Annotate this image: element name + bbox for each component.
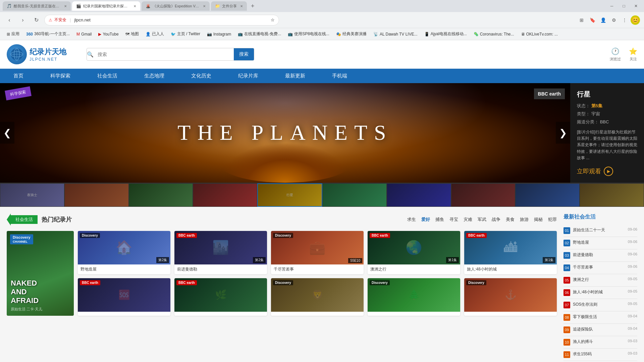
filter-fishing[interactable]: 捕鱼 — [435, 217, 444, 223]
news-item-09[interactable]: 09 追迹探险队 09-04 — [564, 324, 637, 336]
toolbar-icon-4[interactable]: ⚙ — [609, 15, 619, 25]
toolbar-icon-2[interactable]: 🔖 — [588, 15, 597, 25]
toolbar-icon-1[interactable]: ⊞ — [577, 15, 586, 25]
news-item-02[interactable]: 02 野地造屋 09-06 — [564, 237, 637, 249]
news-item-03[interactable]: 03 前进曼德勒 09-06 — [564, 249, 637, 262]
toolbar-icon-5[interactable]: ⋮ — [620, 15, 629, 25]
tab-1-close[interactable]: ✕ — [64, 4, 67, 8]
logo-area[interactable]: 纪录片天地 JLPCN.NET — [7, 44, 66, 64]
thumb-item-4[interactable]: 行星 — [257, 183, 322, 207]
thumb-item-8[interactable] — [515, 183, 580, 207]
back-button[interactable]: ‹ — [4, 15, 15, 25]
bookmark-twitter[interactable]: 🐦 主页 / Twitter — [168, 31, 203, 38]
toolbar-icon-6[interactable]: 😊 — [631, 15, 640, 25]
bookmark-star[interactable]: ☆ — [271, 17, 275, 22]
tab-4-close[interactable]: ✕ — [240, 4, 243, 8]
toolbar-icon-3[interactable]: 👤 — [598, 15, 608, 25]
thumb-item-5[interactable] — [322, 183, 387, 207]
nav-home[interactable]: 首页 — [0, 69, 37, 83]
history-icon-item[interactable]: 🕐 浏览过 — [610, 47, 621, 62]
address-bar[interactable]: ⚠ 不安全 | jlpcn.net ☆ — [44, 15, 279, 25]
search-button[interactable]: 搜索 — [234, 48, 254, 60]
news-num-01: 01 — [564, 227, 570, 234]
thumb-item-9[interactable] — [580, 183, 644, 207]
filter-military[interactable]: 军武 — [478, 217, 486, 223]
nav-library[interactable]: 纪录片库 — [225, 69, 272, 83]
watch-now-button[interactable]: 立即观看 ▶ — [577, 167, 613, 176]
nav-explore[interactable]: 科学探索 — [37, 69, 84, 83]
filter-travel[interactable]: 旅游 — [520, 217, 529, 223]
hero-prev-button[interactable]: ❮ — [0, 122, 14, 144]
filter-treasure[interactable]: 寻宝 — [449, 217, 458, 223]
nav-social[interactable]: 社会生活 — [84, 69, 131, 83]
tab-2-close[interactable]: ✕ — [133, 4, 136, 8]
filter-food[interactable]: 美食 — [506, 217, 515, 223]
video-card-8[interactable]: Discovery 🦁 — [271, 278, 364, 316]
reload-button[interactable]: ↻ — [31, 15, 42, 25]
video-card-3[interactable]: Discovery S5E10 💼 千尽苦差事 — [271, 231, 364, 274]
bookmark-youtube[interactable]: ▶ YouTube — [96, 31, 121, 37]
thumb-item-3[interactable] — [193, 183, 257, 207]
filter-reveal[interactable]: 揭秘 — [534, 217, 543, 223]
nav-culture[interactable]: 文化历史 — [178, 69, 225, 83]
large-card-discovery[interactable]: Discovery CHANNEL NAKEDANDAFRAID 原始生活 二卡… — [7, 231, 74, 316]
filter-hobby[interactable]: 爱好 — [421, 217, 430, 223]
forward-button[interactable]: › — [17, 15, 28, 25]
bookmark-ajyal[interactable]: 📱 Ajyal电视在线移动... — [422, 31, 470, 38]
follow-icon-item[interactable]: ⭐ 关注 — [629, 47, 637, 62]
bookmark-tv1[interactable]: 📺 在线直播电视-免费... — [235, 31, 284, 38]
video-card-2[interactable]: BBC earth 第2集 🏙️ 前进曼德勒 — [174, 231, 267, 274]
bookmark-drama[interactable]: 🎭 经典美赛演播 — [333, 31, 369, 38]
tab-1[interactable]: 🎵 酷我音乐-无损音质正版在线... ✕ — [3, 1, 71, 11]
tab-3[interactable]: 🌋 《火山探险》Expedition Volca... ✕ — [142, 1, 210, 11]
thumb-item-2[interactable] — [129, 183, 193, 207]
filter-crime[interactable]: 犯罪 — [548, 217, 557, 223]
video-card-6[interactable]: BBC earth 🆘 — [78, 278, 170, 316]
news-item-08[interactable]: 08 零下极限生活 09-04 — [564, 311, 637, 324]
nav-latest[interactable]: 最新更新 — [272, 69, 319, 83]
new-tab-button[interactable]: + — [248, 3, 257, 10]
news-item-04[interactable]: 04 千尽苦差事 09-06 — [564, 262, 637, 274]
minimize-button[interactable]: ─ — [606, 1, 617, 11]
bookmark-corona[interactable]: 🦠 Coronavirus: The... — [471, 31, 517, 37]
filter-survival[interactable]: 求生 — [407, 217, 416, 223]
news-item-06[interactable]: 06 旅人:48小时的城 09-05 — [564, 287, 637, 299]
tab-4[interactable]: 📁 文件分享 ✕ — [211, 1, 247, 11]
thumb-item-7[interactable] — [451, 183, 516, 207]
bookmark-instagram[interactable]: 📷 Instagram — [204, 31, 234, 37]
bookmark-maps[interactable]: 🗺 地图 — [123, 31, 142, 38]
bookmark-aldawah[interactable]: 📡 AL Dawah TV LIVE... — [371, 31, 420, 37]
tab-3-close[interactable]: ✕ — [203, 4, 206, 8]
video-card-9[interactable]: Discovery 🌲 — [368, 278, 460, 316]
close-window-button[interactable]: ✕ — [631, 1, 641, 11]
bookmark-360-label: 360导航-一个主页... — [34, 31, 70, 37]
bookmark-gmail[interactable]: M Gmail — [74, 31, 94, 37]
video-card-7[interactable]: BBC earth 🌿 — [174, 278, 267, 316]
video-card-10[interactable]: Discovery ⚓ — [464, 278, 557, 316]
tab-3-favicon: 🌋 — [146, 4, 151, 8]
bookmark-360[interactable]: 360 360导航-一个主页... — [23, 31, 72, 38]
filter-disaster[interactable]: 灾难 — [464, 217, 472, 223]
video-card-5[interactable]: BBC earth 第1集 🏙 旅人:48小时的城 — [464, 231, 557, 274]
thumb-item-1[interactable] — [64, 183, 129, 207]
bookmark-oklive[interactable]: 🖥 OKLiveTv.com: ... — [518, 31, 560, 37]
bookmark-apps[interactable]: ⊞ 应用 — [4, 31, 22, 38]
nav-mobile[interactable]: 手机端 — [319, 69, 361, 83]
bookmark-tv2[interactable]: 📺 使用SP8电视在线... — [285, 31, 332, 38]
maximize-button[interactable]: □ — [619, 1, 629, 11]
thumb-item-0[interactable]: 夜骑士 — [0, 183, 64, 207]
bookmark-signin[interactable]: 👤 已入人 — [143, 31, 167, 38]
tab-2[interactable]: 🎬 纪录片国家地理纪录片探索频道... ✕ — [72, 1, 140, 11]
search-input[interactable] — [94, 48, 234, 60]
news-item-10[interactable]: 10 渔人的搏斗 09-03 — [564, 336, 637, 349]
filter-war[interactable]: 战争 — [492, 217, 500, 223]
news-item-01[interactable]: 01 原始生活二十一天 09-06 — [564, 225, 637, 237]
nav-ecology[interactable]: 生态地理 — [131, 69, 178, 83]
hero-next-button[interactable]: ❯ — [556, 122, 570, 144]
thumb-item-6[interactable] — [387, 183, 451, 207]
video-card-4[interactable]: BBC earth 第1集 🌏 澳洲之行 — [368, 231, 460, 274]
video-card-1[interactable]: Discovery 第2集 🏠 野地造屋 — [78, 231, 170, 274]
news-item-05[interactable]: 05 澳洲之行 09-05 — [564, 274, 637, 287]
news-item-07[interactable]: 07 SOS生存法则 09-05 — [564, 299, 637, 311]
news-item-11[interactable]: 11 求生155码 09-03 — [564, 349, 637, 361]
